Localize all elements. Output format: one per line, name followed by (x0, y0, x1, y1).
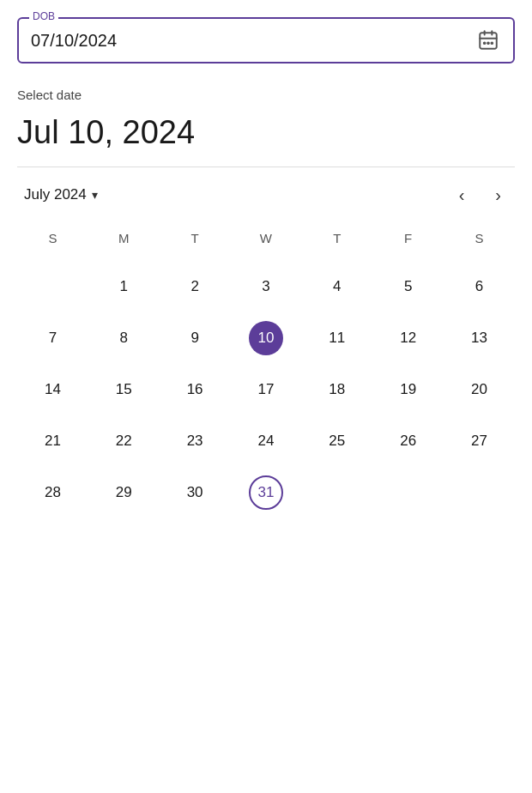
day-cell-24[interactable]: 24 (231, 415, 302, 467)
day-cell-27[interactable]: 27 (444, 415, 515, 467)
calendar-week-row: 28293031 (17, 467, 515, 518)
month-dropdown-arrow[interactable]: ▾ (92, 188, 98, 202)
day-header-tue: T (160, 226, 231, 261)
day-header-sun: S (17, 226, 88, 261)
calendar-body: 1234567891011121314151617181920212223242… (17, 261, 515, 518)
day-cell-10[interactable]: 10 (231, 312, 302, 364)
day-cell-8[interactable]: 8 (88, 312, 160, 364)
day-cell-12[interactable]: 12 (372, 312, 444, 364)
day-header-thu: T (301, 226, 372, 261)
day-header-fri: F (372, 226, 444, 261)
day-cell-21[interactable]: 21 (17, 415, 88, 467)
dob-value: 07/10/2024 (31, 31, 117, 51)
day-headers-row: SMTWTFS (17, 226, 515, 261)
day-header-sat: S (444, 226, 515, 261)
calendar-week-row: 14151617181920 (17, 364, 515, 415)
next-month-button[interactable]: › (488, 183, 508, 207)
day-cell-16[interactable]: 16 (160, 364, 231, 415)
calendar-week-row: 21222324252627 (17, 415, 515, 467)
calendar-icon-button[interactable] (475, 27, 501, 53)
day-cell-23[interactable]: 23 (160, 415, 231, 467)
day-cell-15[interactable]: 15 (88, 364, 160, 415)
day-cell-6[interactable]: 6 (444, 261, 515, 312)
calendar-icon (477, 29, 499, 51)
day-cell-11[interactable]: 11 (301, 312, 372, 364)
day-cell-22[interactable]: 22 (88, 415, 160, 467)
month-nav-row: July 2024 ▾ ‹ › (17, 183, 515, 207)
dob-label: DOB (29, 10, 58, 22)
day-cell-19[interactable]: 19 (372, 364, 444, 415)
day-cell-18[interactable]: 18 (301, 364, 372, 415)
day-cell-20[interactable]: 20 (444, 364, 515, 415)
day-cell-5[interactable]: 5 (372, 261, 444, 312)
day-cell-3[interactable]: 3 (231, 261, 302, 312)
day-cell-2[interactable]: 2 (160, 261, 231, 312)
calendar-week-row: 78910111213 (17, 312, 515, 364)
day-cell-17[interactable]: 17 (231, 364, 302, 415)
day-cell-empty (372, 467, 444, 518)
day-header-mon: M (88, 226, 160, 261)
month-year-label: July 2024 (24, 186, 87, 203)
day-cell-1[interactable]: 1 (88, 261, 160, 312)
day-cell-9[interactable]: 9 (160, 312, 231, 364)
calendar-grid: SMTWTFS 12345678910111213141516171819202… (17, 226, 515, 518)
day-cell-4[interactable]: 4 (301, 261, 372, 312)
month-nav-left: July 2024 ▾ (24, 186, 98, 203)
svg-point-6 (491, 42, 493, 44)
svg-point-5 (487, 42, 489, 44)
dob-field: DOB 07/10/2024 (17, 17, 515, 64)
day-cell-25[interactable]: 25 (301, 415, 372, 467)
selected-date-display: Jul 10, 2024 (17, 114, 515, 151)
day-cell-29[interactable]: 29 (88, 467, 160, 518)
select-date-label: Select date (17, 88, 515, 102)
nav-arrows: ‹ › (452, 183, 508, 207)
calendar-divider (17, 166, 515, 167)
day-cell-empty (17, 261, 88, 312)
day-cell-13[interactable]: 13 (444, 312, 515, 364)
svg-rect-0 (480, 33, 497, 48)
svg-point-4 (484, 42, 486, 44)
prev-month-button[interactable]: ‹ (452, 183, 472, 207)
day-cell-empty (444, 467, 515, 518)
day-cell-7[interactable]: 7 (17, 312, 88, 364)
calendar-week-row: 123456 (17, 261, 515, 312)
day-cell-14[interactable]: 14 (17, 364, 88, 415)
day-cell-31[interactable]: 31 (231, 467, 302, 518)
day-cell-28[interactable]: 28 (17, 467, 88, 518)
day-cell-26[interactable]: 26 (372, 415, 444, 467)
day-cell-empty (301, 467, 372, 518)
day-header-wed: W (231, 226, 302, 261)
day-cell-30[interactable]: 30 (160, 467, 231, 518)
